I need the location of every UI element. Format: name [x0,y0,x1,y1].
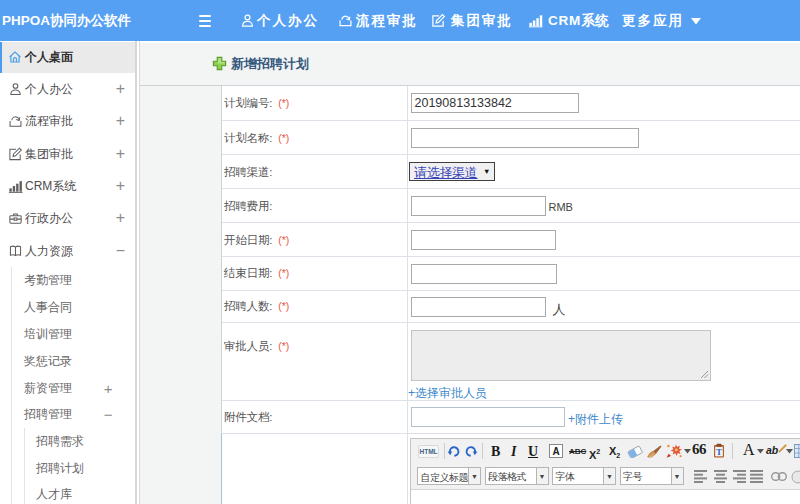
svg-text:T: T [716,447,722,457]
